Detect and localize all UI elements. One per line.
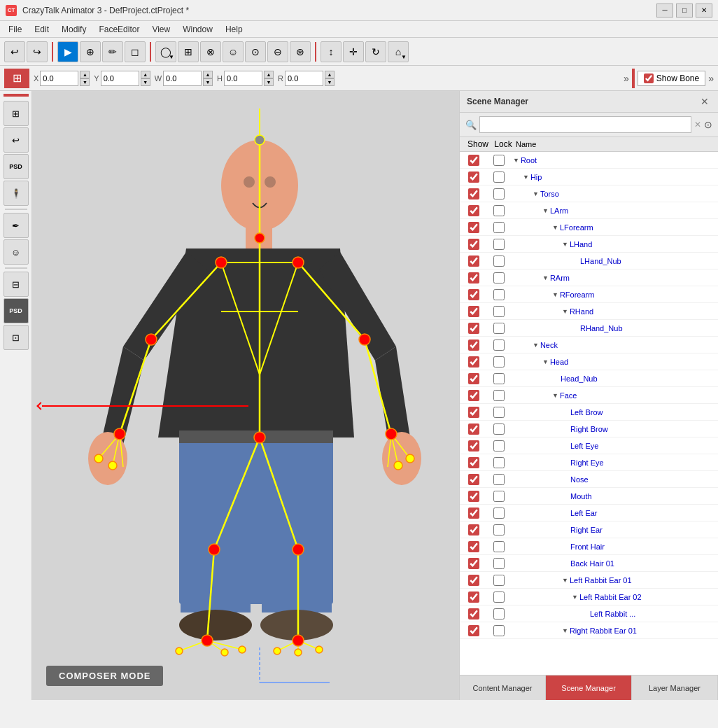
tree-lock-checkbox[interactable] (493, 457, 505, 468)
tree-row[interactable]: ▼LHand (460, 236, 718, 253)
bottom-tab-content-manager[interactable]: Content Manager (460, 676, 546, 700)
eraser-button[interactable]: ◻ (125, 41, 146, 62)
close-button[interactable]: ✕ (696, 4, 712, 18)
tree-row[interactable]: Front Hair (460, 538, 718, 555)
tree-lock-checkbox[interactable] (493, 272, 505, 284)
tree-show-checkbox[interactable] (468, 356, 479, 368)
tree-expand-arrow-icon[interactable]: ▼ (562, 577, 568, 584)
tree-row[interactable]: Right Brow (460, 421, 718, 438)
tree-show-checkbox[interactable] (468, 608, 479, 620)
sidebar-figure-button[interactable]: 🕴 (3, 181, 29, 206)
tree-row[interactable]: ▼Root (460, 152, 718, 169)
tree-lock-checkbox[interactable] (493, 575, 505, 586)
bone-button[interactable]: ⊖ (267, 41, 288, 62)
tree-row[interactable]: LHand_Nub (460, 253, 718, 270)
tree-show-checkbox[interactable] (468, 205, 479, 216)
paint-button[interactable]: ✏ (102, 41, 123, 62)
tree-row[interactable]: Right Eye (460, 454, 718, 471)
tree-lock-checkbox[interactable] (493, 188, 505, 200)
tree-row[interactable]: ▼Face (460, 387, 718, 404)
tree-lock-checkbox[interactable] (493, 172, 505, 183)
tree-row[interactable]: ▼Torso (460, 186, 718, 202)
tree-row[interactable]: Head_Nub (460, 370, 718, 387)
x-spin-down[interactable]: ▼ (80, 78, 90, 86)
tree-show-checkbox[interactable] (468, 558, 479, 569)
tree-lock-checkbox[interactable] (493, 205, 505, 216)
h-spin-down[interactable]: ▼ (264, 78, 274, 86)
sidebar-back-button[interactable]: ↩ (3, 127, 29, 153)
tree-expand-arrow-icon[interactable]: ▼ (533, 342, 539, 349)
tree-lock-checkbox[interactable] (493, 440, 505, 451)
sidebar-layer-button[interactable]: ⊡ (3, 325, 29, 350)
tree-show-checkbox[interactable] (468, 625, 479, 636)
w-spin-up[interactable]: ▲ (203, 71, 213, 78)
menu-item-file[interactable]: File (3, 23, 27, 36)
tree-show-checkbox[interactable] (468, 457, 479, 468)
tree-lock-checkbox[interactable] (493, 592, 505, 603)
tree-show-checkbox[interactable] (468, 390, 479, 401)
grid-tool-button[interactable]: ⊞ (178, 41, 199, 62)
search-expand-icon[interactable]: ⊙ (704, 119, 712, 130)
tree-lock-checkbox[interactable] (493, 155, 505, 166)
tree-row[interactable]: Left Ear (460, 505, 718, 522)
tree-lock-checkbox[interactable] (493, 289, 505, 300)
tree-show-checkbox[interactable] (468, 188, 479, 200)
character-button[interactable]: ⊛ (290, 41, 311, 62)
transform-button[interactable]: ⊕ (80, 41, 101, 62)
tree-row[interactable]: Right Ear (460, 522, 718, 538)
sidebar-pen-button[interactable]: ✒ (3, 213, 29, 238)
menu-item-window[interactable]: Window (177, 23, 218, 36)
tree-row[interactable]: Back Hair 01 (460, 555, 718, 572)
tree-expand-arrow-icon[interactable]: ▼ (572, 594, 578, 601)
tree-expand-arrow-icon[interactable]: ▼ (562, 241, 568, 248)
tree-show-checkbox[interactable] (468, 272, 479, 284)
redo-button[interactable]: ↪ (27, 41, 48, 62)
tree-row[interactable]: Nose (460, 471, 718, 488)
w-input[interactable] (163, 71, 202, 86)
w-spin-down[interactable]: ▼ (203, 78, 213, 86)
tree-show-checkbox[interactable] (468, 575, 479, 586)
y-input[interactable] (101, 71, 139, 86)
tree-lock-checkbox[interactable] (493, 507, 505, 519)
mesh-tool-button[interactable]: ⊗ (200, 41, 221, 62)
tree-show-checkbox[interactable] (468, 239, 479, 250)
tree-row[interactable]: ▼RHand (460, 303, 718, 320)
tree-show-checkbox[interactable] (468, 440, 479, 451)
bottom-tab-scene-manager[interactable]: Scene Manager (546, 676, 632, 700)
menu-item-view[interactable]: View (146, 23, 176, 36)
tree-lock-checkbox[interactable] (493, 222, 505, 233)
menu-item-edit[interactable]: Edit (29, 23, 55, 36)
tree-expand-arrow-icon[interactable]: ▼ (552, 224, 558, 231)
minimize-button[interactable]: ─ (656, 4, 673, 18)
tree-row[interactable]: ▼Neck (460, 337, 718, 354)
tree-lock-checkbox[interactable] (493, 255, 505, 267)
tree-row[interactable]: ▼RArm (460, 270, 718, 286)
tree-row[interactable]: Left Rabbit ... (460, 606, 718, 622)
tree-expand-arrow-icon[interactable]: ▼ (542, 207, 549, 214)
tree-lock-checkbox[interactable] (493, 407, 505, 418)
tree-row[interactable]: RHand_Nub (460, 320, 718, 337)
scene-manager-close-button[interactable]: ✕ (698, 95, 711, 108)
tree-lock-checkbox[interactable] (493, 608, 505, 620)
tree-expand-arrow-icon[interactable]: ▼ (552, 291, 558, 298)
search-clear-icon[interactable]: ✕ (694, 120, 701, 130)
scene-tree-list[interactable]: ▼Root▼Hip▼Torso▼LArm▼LForearm▼LHandLHand… (460, 152, 718, 675)
tree-show-checkbox[interactable] (468, 424, 479, 435)
tree-row[interactable]: ▼Right Rabbit Ear 01 (460, 622, 718, 639)
tree-show-checkbox[interactable] (468, 323, 479, 334)
tree-row[interactable]: ▼LArm (460, 202, 718, 219)
tree-lock-checkbox[interactable] (493, 541, 505, 552)
tree-show-checkbox[interactable] (468, 222, 479, 233)
tree-row[interactable]: ▼Left Rabbit Ear 02 (460, 589, 718, 606)
undo-button[interactable]: ↩ (4, 41, 25, 62)
tree-row[interactable]: ▼Left Rabbit Ear 01 (460, 572, 718, 589)
r-spin-down[interactable]: ▼ (325, 78, 335, 86)
bottom-tab-layer-manager[interactable]: Layer Manager (632, 676, 718, 700)
tree-expand-arrow-icon[interactable]: ▼ (562, 627, 568, 634)
r-spin-up[interactable]: ▲ (325, 71, 335, 78)
show-bone-checkbox[interactable] (644, 74, 654, 83)
tree-show-checkbox[interactable] (468, 373, 479, 384)
x-input[interactable] (40, 71, 78, 86)
tree-lock-checkbox[interactable] (493, 390, 505, 401)
tree-show-checkbox[interactable] (468, 507, 479, 519)
